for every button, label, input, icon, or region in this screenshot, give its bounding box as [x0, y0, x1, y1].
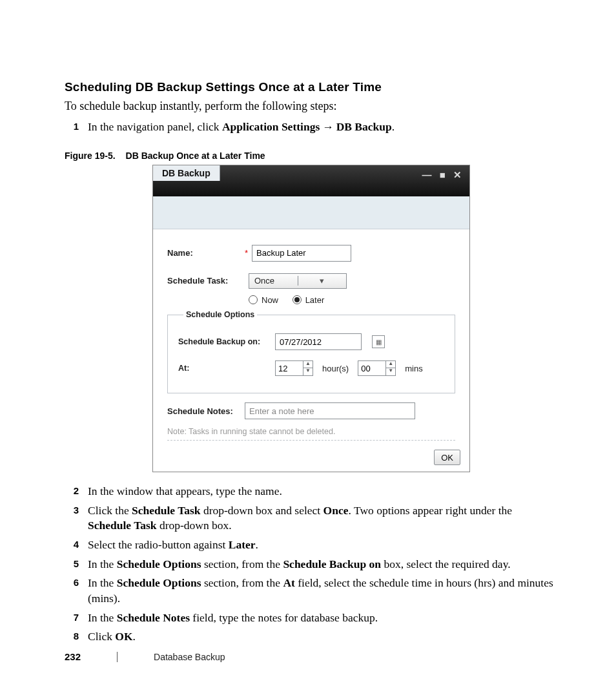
- mins-unit: mins: [405, 364, 422, 373]
- schedule-date-input[interactable]: [275, 333, 362, 350]
- step-number: 6: [65, 576, 79, 588]
- step-number: 1: [65, 120, 79, 132]
- window-controls[interactable]: — ■ ✕: [422, 169, 464, 181]
- dialog-tab[interactable]: DB Backup: [153, 165, 220, 181]
- schedule-task-select[interactable]: Once ▾: [249, 273, 347, 289]
- ok-button[interactable]: OK: [434, 450, 460, 465]
- db-backup-dialog: DB Backup — ■ ✕ Name: * Schedule Task: O…: [152, 165, 470, 473]
- dialog-note: Note: Tasks in running state cannot be d…: [167, 427, 455, 436]
- calendar-icon[interactable]: ▦: [372, 335, 385, 348]
- spin-down-icon[interactable]: ▼: [386, 368, 395, 375]
- required-marker: *: [245, 248, 248, 258]
- radio-icon: [293, 295, 302, 304]
- intro-text: To schedule backup instantly, perform th…: [65, 99, 558, 113]
- step-number: 5: [65, 557, 79, 569]
- dialog-titlebar[interactable]: DB Backup — ■ ✕: [153, 165, 469, 196]
- radio-icon: [249, 295, 258, 304]
- page-footer: 232 Database Backup: [65, 651, 225, 662]
- step-text: In the Schedule Notes field, type the no…: [88, 610, 378, 626]
- step-text: In the window that appears, type the nam…: [88, 484, 282, 499]
- hours-unit: hour(s): [322, 364, 349, 373]
- step-number: 4: [65, 537, 79, 550]
- schedule-options-group: Schedule Options Schedule Backup on: ▦ A…: [167, 310, 455, 393]
- schedule-backup-on-label: Schedule Backup on:: [178, 337, 275, 346]
- radio-now[interactable]: Now: [249, 295, 278, 305]
- spin-down-icon[interactable]: ▼: [303, 368, 313, 375]
- mins-input[interactable]: [358, 361, 385, 375]
- step-number: 8: [65, 629, 79, 641]
- step-text: In the navigation panel, click Applicati…: [88, 120, 395, 135]
- name-input[interactable]: [252, 245, 351, 262]
- radio-later[interactable]: Later: [293, 295, 325, 305]
- step-number: 3: [65, 503, 79, 516]
- step-text: Select the radio-button against Later.: [88, 537, 258, 553]
- schedule-notes-input[interactable]: [245, 402, 415, 419]
- step-text: In the Schedule Options section, from th…: [88, 576, 558, 606]
- schedule-task-label: Schedule Task:: [167, 276, 245, 286]
- dialog-toolbar: [153, 196, 469, 229]
- section-heading: Scheduling DB Backup Settings Once at a …: [65, 80, 558, 94]
- step-text: Click OK.: [88, 629, 136, 645]
- step-text: Click the Schedule Task drop-down box an…: [88, 503, 558, 534]
- page-number: 232: [65, 651, 81, 662]
- schedule-notes-label: Schedule Notes:: [167, 406, 245, 416]
- step-text: In the Schedule Options section, from th…: [88, 557, 511, 572]
- figure-caption: Figure 19-5.DB Backup Once at a Later Ti…: [65, 151, 558, 161]
- step-number: 7: [65, 610, 79, 623]
- chevron-down-icon: ▾: [298, 276, 347, 286]
- hours-input[interactable]: [276, 361, 303, 375]
- schedule-task-value: Once: [249, 276, 298, 286]
- hours-spinner[interactable]: ▲▼: [275, 360, 313, 376]
- step-number: 2: [65, 484, 79, 496]
- mins-spinner[interactable]: ▲▼: [358, 360, 396, 376]
- schedule-options-legend: Schedule Options: [183, 310, 257, 319]
- at-label: At:: [178, 364, 275, 373]
- name-label: Name:: [167, 248, 245, 258]
- footer-section: Database Backup: [154, 652, 225, 662]
